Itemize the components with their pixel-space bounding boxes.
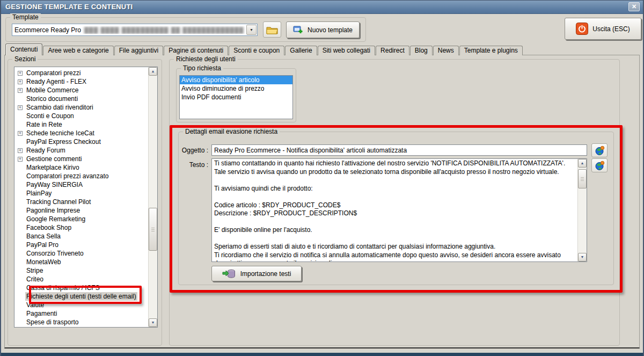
title-bar: GESTIONE TEMPLATE E CONTENUTI ✕ bbox=[0, 0, 644, 14]
tree-scrollbar[interactable]: ▲ ▼ bbox=[148, 67, 157, 327]
expand-plus-icon[interactable]: + bbox=[18, 88, 23, 93]
tree-item[interactable]: + PlainPay bbox=[14, 189, 148, 198]
tree-item-label: MonetaWeb bbox=[25, 258, 62, 266]
subject-label: Oggetto : bbox=[180, 147, 208, 154]
body-textarea[interactable]: Ti stiamo contattando in quanto hai rich… bbox=[211, 158, 587, 262]
scroll-up-icon[interactable]: ▲ bbox=[578, 159, 587, 168]
app-window: GESTIONE TEMPLATE E CONTENUTI ✕ Template… bbox=[0, 0, 644, 356]
tree-item[interactable]: + PayPal Pro bbox=[14, 241, 148, 249]
tree-item[interactable]: + Gestione commenti bbox=[14, 155, 148, 163]
tree-item[interactable]: + Banca Sella bbox=[14, 232, 148, 241]
expand-plus-icon[interactable]: + bbox=[18, 105, 23, 110]
subject-translate-button[interactable] bbox=[591, 143, 608, 157]
expand-plus-icon[interactable]: + bbox=[18, 157, 23, 162]
expand-plus-icon[interactable]: + bbox=[18, 79, 23, 84]
tree-item[interactable]: + Marketplace Kirivo bbox=[14, 163, 148, 172]
tree-item[interactable]: + Ready Forum bbox=[14, 146, 148, 155]
tree-item-label: Cassa di risparmio / ICFS bbox=[25, 284, 101, 292]
body-scrollbar-thumb[interactable] bbox=[578, 169, 587, 188]
tree-item[interactable]: + Comparatori prezzi avanzato bbox=[14, 172, 148, 180]
tab[interactable]: Aree web e categorie bbox=[43, 46, 113, 55]
tree-item[interactable]: + Google Remarketing bbox=[14, 215, 148, 223]
tree-item[interactable]: + PayPal Express Checkout bbox=[14, 137, 148, 146]
tree-item-label: Mobile Commerce bbox=[25, 86, 79, 95]
tab[interactable]: Sconti e coupon bbox=[229, 46, 284, 55]
tree-item[interactable]: + Pagonline Imprese bbox=[14, 206, 148, 215]
tree-item[interactable]: + Scambio dati rivenditori bbox=[14, 103, 148, 112]
tab[interactable]: News bbox=[433, 46, 459, 55]
tree-item[interactable]: + Storico documenti bbox=[14, 95, 148, 103]
tree-item-label: PlainPay bbox=[25, 189, 53, 198]
tree-item[interactable]: + Rate in Rete bbox=[14, 120, 148, 129]
tree-item[interactable]: + Facebook Shop bbox=[14, 223, 148, 232]
tree-item-label: Pagamenti bbox=[25, 309, 58, 318]
chevron-down-icon[interactable]: ▼ bbox=[246, 25, 257, 35]
tab-bar: ContenutiAree web e categorieFile aggiun… bbox=[5, 43, 523, 55]
tree-item[interactable]: + Tracking Channel Pilot bbox=[14, 198, 148, 206]
tree-item[interactable]: + Spese di trasporto bbox=[14, 318, 148, 326]
expand-plus-icon[interactable]: + bbox=[18, 71, 23, 76]
tab[interactable]: Redirect bbox=[376, 46, 409, 55]
tree-scrollbar-thumb[interactable] bbox=[149, 208, 157, 251]
tree-item[interactable]: + Stripe bbox=[14, 266, 148, 275]
template-combobox[interactable]: Ecommerce Ready Pro ███ ████ ██████████ … bbox=[12, 24, 258, 36]
expand-plus-icon[interactable]: + bbox=[18, 148, 23, 153]
redacted-template-name: ███ ████ ██████████ ██ █████████████ bbox=[84, 27, 244, 33]
body-scrollbar[interactable]: ▲ ▼ bbox=[577, 159, 587, 261]
tree-item-label: Comparatori prezzi avanzato bbox=[25, 172, 109, 180]
tab[interactable]: Contenuti bbox=[5, 43, 42, 55]
sections-group-label: Sezioni bbox=[12, 55, 38, 63]
tree-item[interactable]: + Criteo bbox=[14, 275, 148, 284]
expand-plus-icon[interactable]: + bbox=[18, 131, 23, 136]
tree-item[interactable]: + Richieste degli utenti (testi delle em… bbox=[14, 292, 148, 301]
tab[interactable]: Blog bbox=[410, 46, 433, 55]
sections-tree[interactable]: + Comparatori prezzi + Ready Agenti - FL… bbox=[14, 67, 158, 328]
tree-item-label: Marketplace Kirivo bbox=[25, 163, 80, 172]
subject-input[interactable]: Ready Pro Ecommerce - Notifica disponibi… bbox=[211, 144, 587, 156]
request-type-option[interactable]: Invio PDF documenti bbox=[180, 93, 292, 101]
tree-item[interactable]: + Valute bbox=[14, 301, 148, 309]
scroll-down-icon[interactable]: ▼ bbox=[149, 318, 157, 327]
requests-group-label: Richieste degli utenti bbox=[174, 55, 238, 63]
import-texts-button[interactable]: Importazione testi bbox=[211, 266, 302, 281]
exit-button[interactable]: Uscita (ESC) bbox=[565, 18, 641, 40]
request-type-list[interactable]: Avviso disponibilita' articoloAvviso dim… bbox=[179, 75, 293, 119]
scroll-up-icon[interactable]: ▲ bbox=[149, 67, 157, 76]
request-type-group-label: Tipo richiesta bbox=[181, 64, 223, 72]
exit-button-label: Uscita (ESC) bbox=[592, 25, 630, 33]
tree-item[interactable]: + Mobile Commerce bbox=[14, 86, 148, 95]
tree-item[interactable]: + PayWay SINERGIA bbox=[14, 180, 148, 189]
tree-item-label: Gestione commenti bbox=[25, 155, 83, 163]
tab[interactable]: Gallerie bbox=[285, 46, 317, 55]
tree-item[interactable]: + MonetaWeb bbox=[14, 258, 148, 266]
body-translate-button[interactable] bbox=[591, 158, 608, 172]
new-template-label: Nuovo template bbox=[308, 26, 353, 34]
tab[interactable]: Template e plugins bbox=[459, 46, 523, 55]
tree-item-label: Sconti e Coupon bbox=[25, 112, 75, 120]
new-template-button[interactable]: Nuovo template bbox=[286, 21, 360, 38]
request-type-option[interactable]: Avviso diminuzione di prezzo bbox=[180, 84, 292, 93]
request-type-option[interactable]: Avviso disponibilita' articolo bbox=[180, 76, 292, 84]
tree-item[interactable]: + Cassa di risparmio / ICFS bbox=[14, 284, 148, 292]
tree-item-label: Consorzio Triveneto bbox=[25, 249, 85, 258]
tree-item[interactable]: + Pagamenti bbox=[14, 309, 148, 318]
close-icon[interactable]: ✕ bbox=[628, 2, 640, 11]
import-texts-label: Importazione testi bbox=[240, 270, 291, 278]
tree-item-label: Google Remarketing bbox=[25, 215, 86, 223]
tree-item-label: Stripe bbox=[25, 266, 44, 275]
tab[interactable]: Siti web collegati bbox=[318, 46, 375, 55]
tree-item[interactable]: + Sconti e Coupon bbox=[14, 112, 148, 120]
tree-item-label: Storico documenti bbox=[25, 95, 79, 103]
scroll-down-icon[interactable]: ▼ bbox=[578, 253, 587, 261]
tree-item[interactable]: + Consorzio Triveneto bbox=[14, 249, 148, 258]
tree-item-label: Ready Agenti - FLEX bbox=[25, 77, 87, 86]
tree-item-label: Facebook Shop bbox=[25, 223, 72, 232]
tab[interactable]: File aggiuntivi bbox=[114, 46, 163, 55]
tree-item-label: PayPal Express Checkout bbox=[25, 137, 102, 146]
tree-item[interactable]: + Schede tecniche IceCat bbox=[14, 129, 148, 137]
tree-item[interactable]: + Comparatori prezzi bbox=[14, 69, 148, 77]
open-folder-button[interactable] bbox=[263, 21, 281, 38]
globe-icon bbox=[595, 146, 605, 156]
tree-item[interactable]: + Ready Agenti - FLEX bbox=[14, 77, 148, 86]
tab[interactable]: Pagine di contenuti bbox=[164, 46, 228, 55]
